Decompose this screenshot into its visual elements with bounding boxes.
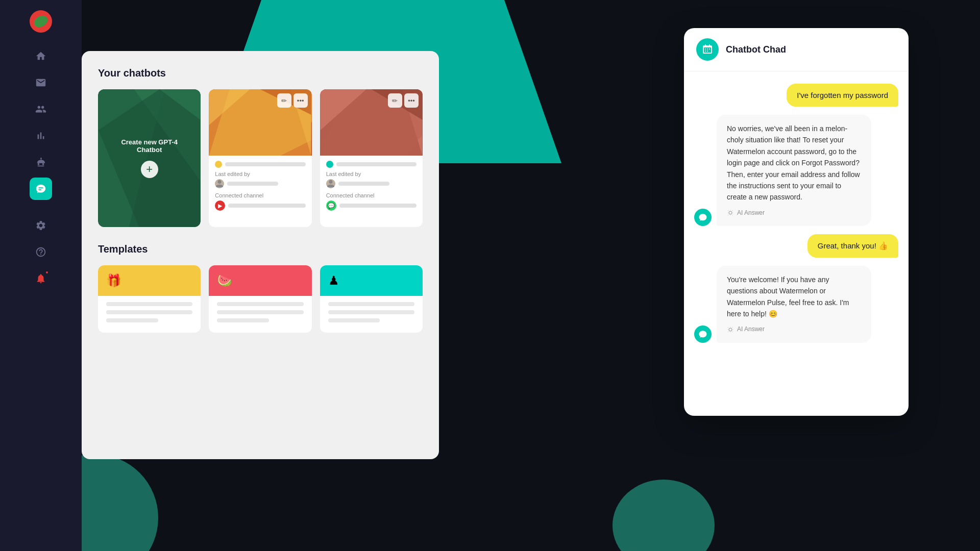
sidebar [0,0,82,551]
template-icon-2: 🍉 [217,273,232,288]
msg-wrapper-user-2: Great, thank you! 👍 [694,234,898,258]
chatbots-grid: Create new GPT-4 Chatbot + ✏ ••• [98,89,423,227]
bg-shape-bottom-right [612,480,715,551]
template-line-3b [328,310,414,314]
sidebar-item-bots[interactable] [30,151,52,173]
sidebar-item-analytics[interactable] [30,124,52,147]
ai-badge-text-2: AI Answer [737,324,765,334]
chatbot-card-3[interactable]: ✏ ••• Last edited by Connected channel [320,89,423,227]
your-chatbots-title: Your chatbots [98,67,423,79]
msg-bot-2-text: You're welcome! If you have any question… [727,276,849,318]
last-edited-label-3: Last edited by [326,171,416,177]
template-line-3a [328,302,414,306]
main-content-panel: Your chatbots Create new GPT-4 Chatbot + [82,51,439,459]
template-line-2a [217,302,303,306]
chat-header: Chatbot Chad [684,28,909,71]
app-logo[interactable] [30,10,52,33]
tag-dot-3 [326,161,333,168]
chat-bot-avatar [696,38,719,61]
template-header-1: 🎁 [98,265,201,296]
ai-answer-badge-2: AI Answer [727,324,861,334]
msg-bot-1: No worries, we've all been in a melon-ch… [717,115,871,226]
tag-bar-3 [336,162,416,166]
bot-avatar-msg-2 [694,325,712,343]
template-header-3: ♟ [320,265,423,296]
user-bar-3 [338,182,389,186]
template-line-2b [217,310,303,314]
template-line-1c [106,318,158,322]
template-card-1[interactable]: 🎁 [98,265,201,333]
channel-bar-3 [339,204,416,208]
last-edited-label-2: Last edited by [215,171,305,177]
template-body-2 [209,296,311,333]
create-chatbot-label: Create new GPT-4 Chatbot [98,138,201,154]
msg-bot-inner-2: You're welcome! If you have any question… [717,266,898,343]
sidebar-item-home[interactable] [30,45,52,67]
sidebar-item-contacts[interactable] [30,98,52,120]
ai-answer-badge-1: AI Answer [727,208,861,218]
connected-channel-label-2: Connected channel [215,192,305,198]
user-row-2 [215,179,305,188]
template-body-3 [320,296,423,333]
sidebar-item-settings[interactable] [30,214,52,237]
msg-bot-2: You're welcome! If you have any question… [717,266,871,343]
sidebar-item-notifications[interactable] [30,267,52,290]
msg-user-1: I've forgotten my password [787,84,898,107]
more-btn-3[interactable]: ••• [404,93,419,108]
user-avatar-2 [215,179,224,188]
template-header-2: 🍉 [209,265,311,296]
card-action-btns-2: ✏ ••• [277,93,308,108]
channel-icon-2: ▶ [215,201,225,211]
msg-wrapper-user-1: I've forgotten my password [694,84,898,107]
sidebar-item-inbox[interactable] [30,71,52,94]
template-line-1a [106,302,192,306]
card-action-btns-3: ✏ ••• [388,93,419,108]
templates-grid: 🎁 🍉 ♟ [98,265,423,333]
chat-bot-name: Chatbot Chad [726,44,786,55]
msg-user-2: Great, thank you! 👍 [807,234,898,258]
connected-channel-label-3: Connected channel [326,192,416,198]
chatbot-card-2[interactable]: ✏ ••• Last edited by Connected channel [209,89,311,227]
ai-badge-text-1: AI Answer [737,208,765,218]
more-btn-2[interactable]: ••• [293,93,308,108]
templates-title: Templates [98,243,423,255]
sidebar-item-help[interactable] [30,241,52,263]
template-body-1 [98,296,201,333]
create-chatbot-btn[interactable]: + [141,161,158,178]
msg-bot-1-text: No worries, we've all been in a melon-ch… [727,124,860,201]
tag-dot-2 [215,161,222,168]
msg-wrapper-bot-1: No worries, we've all been in a melon-ch… [694,115,898,226]
user-avatar-3 [326,179,335,188]
template-icon-3: ♟ [328,273,339,288]
msg-wrapper-bot-2: You're welcome! If you have any question… [694,266,898,343]
template-card-3[interactable]: ♟ [320,265,423,333]
channel-bar-2 [228,204,305,208]
chat-messages: I've forgotten my password No worries, w… [684,71,909,416]
tag-bar-2 [225,162,305,166]
user-row-3 [326,179,416,188]
template-icon-1: 🎁 [106,273,121,288]
template-line-3c [328,318,380,322]
edit-btn-2[interactable]: ✏ [277,93,291,108]
template-line-1b [106,310,192,314]
channel-icon-3: 💬 [326,201,336,211]
template-card-2[interactable]: 🍉 [209,265,311,333]
template-line-2c [217,318,269,322]
msg-bot-inner-1: No worries, we've all been in a melon-ch… [717,115,898,226]
user-bar-2 [227,182,278,186]
edit-btn-3[interactable]: ✏ [388,93,402,108]
create-chatbot-card[interactable]: Create new GPT-4 Chatbot + [98,89,201,227]
bot-avatar-msg-1 [694,209,712,226]
sidebar-item-chatbots-active[interactable] [30,178,52,200]
chat-panel: Chatbot Chad I've forgotten my password … [684,28,909,416]
